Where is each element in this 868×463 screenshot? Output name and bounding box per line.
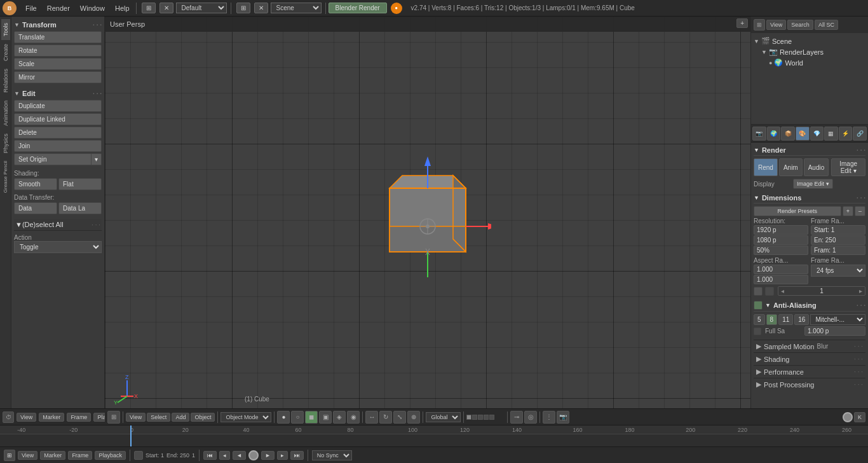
aspect-y[interactable]: 1.000 <box>754 275 808 284</box>
render-presets-add[interactable]: + <box>843 206 853 216</box>
view-top-btn[interactable]: View <box>766 20 786 30</box>
render-presets-remove[interactable]: – <box>855 206 865 216</box>
tl-key-btn[interactable]: K <box>854 412 865 422</box>
res-x-value[interactable]: 1920 p <box>754 225 808 235</box>
join-button[interactable]: Join <box>14 140 102 152</box>
tab-relations[interactable]: Relations <box>1 65 10 97</box>
props-tab-physics[interactable]: ⚡ <box>839 127 853 141</box>
vp-proportional-icon[interactable]: ◎ <box>524 411 537 424</box>
timeline-marker-btn[interactable]: Marker <box>39 413 64 422</box>
sampled-motion-header[interactable]: ▶ Sampled Motion Blur · · · <box>754 340 865 352</box>
tab-tools[interactable]: Tools <box>1 19 10 40</box>
render-tab-anim[interactable]: Anim <box>779 158 803 176</box>
layer-btn-3[interactable] <box>478 415 483 420</box>
status-frame-btn[interactable]: Frame <box>68 451 92 460</box>
tree-scene[interactable]: ▼ 🎬 Scene <box>754 36 865 46</box>
tab-grease-pencil[interactable]: Grease Pencil <box>1 157 10 197</box>
filter-val[interactable]: 1.000 p <box>804 326 865 336</box>
status-lock-icon[interactable] <box>134 451 143 460</box>
add-top-button[interactable]: + <box>736 18 748 28</box>
menu-window[interactable]: Window <box>75 3 110 13</box>
tree-renderlayers[interactable]: ▼ 📷 RenderLayers <box>754 46 865 57</box>
tree-world[interactable]: ● 🌍 World <box>754 57 865 68</box>
render-tab-rend[interactable]: Rend <box>754 158 778 176</box>
workspace-select[interactable]: Default <box>176 3 227 13</box>
search-top-btn[interactable]: Search <box>787 20 813 30</box>
shading-props-header[interactable]: ▶ Shading · · · <box>754 353 865 365</box>
aa-btn-11[interactable]: 11 <box>778 314 793 325</box>
vp-dot-icon[interactable]: ● <box>277 411 290 424</box>
vp-texture-icon[interactable]: ▣ <box>319 411 332 424</box>
set-origin-dropdown[interactable]: ▾ <box>92 153 102 165</box>
status-icon[interactable]: ⊞ <box>4 450 15 461</box>
vp-camera-icon[interactable]: 📷 <box>557 411 569 424</box>
duplicate-linked-button[interactable]: Duplicate Linked <box>14 113 102 125</box>
status-marker-btn[interactable]: Marker <box>40 451 65 460</box>
vp-render-icon[interactable]: ◉ <box>347 411 360 424</box>
menu-file[interactable]: File <box>20 3 42 13</box>
props-tab-render[interactable]: 🎨 <box>796 127 810 141</box>
frame-current-value[interactable]: Fram: 1 <box>811 245 865 255</box>
status-view-btn[interactable]: View <box>18 451 37 460</box>
vp-rotate-icon[interactable]: ↻ <box>379 411 392 424</box>
outliner-icon[interactable]: ⊞ <box>754 19 765 31</box>
render-presets-btn[interactable]: Render Presets <box>754 206 841 216</box>
set-origin-button[interactable]: Set Origin <box>14 153 92 165</box>
frame-start-value[interactable]: Start: 1 <box>811 225 865 235</box>
timeline-view-btn[interactable]: View <box>17 413 36 422</box>
status-play-fwd[interactable]: ► <box>261 451 275 460</box>
deselect-header[interactable]: ▼ (De)select All · · · <box>14 219 102 231</box>
props-tab-camera[interactable]: 📷 <box>752 127 766 141</box>
shading-flat-btn[interactable]: Flat <box>58 178 102 190</box>
tab-animation[interactable]: Animation <box>1 97 10 130</box>
render-engine-btn[interactable]: Blender Render <box>329 3 387 13</box>
vp-select-btn[interactable]: Select <box>147 413 170 422</box>
timeline-frame-btn[interactable]: Frame <box>67 413 91 422</box>
vp-overlay-icon[interactable]: ⋮ <box>543 411 555 424</box>
shading-smooth-btn[interactable]: Smooth <box>14 178 57 190</box>
scene-grid-btn[interactable]: ⊞ <box>236 3 250 13</box>
status-playback-btn[interactable]: Playback <box>95 451 126 460</box>
transform-section-header[interactable]: ▼ Transform · · · <box>14 19 102 31</box>
status-prev[interactable]: ◂ <box>219 451 230 460</box>
tl-record-btn[interactable] <box>843 412 853 422</box>
image-edit-btn[interactable]: Image Edit ▾ <box>831 158 865 176</box>
duplicate-button[interactable]: Duplicate <box>14 100 102 112</box>
aa-section-header[interactable]: ▼ Anti-Aliasing · · · <box>754 300 865 312</box>
global-select[interactable]: Global <box>426 412 461 422</box>
vp-settings-icon[interactable]: ⊞ <box>107 411 120 424</box>
time-checkbox[interactable] <box>754 287 763 296</box>
all-top-btn[interactable]: All SC <box>815 20 838 30</box>
workspace-close-btn[interactable]: ✕ <box>159 3 173 13</box>
render-tab-audio[interactable]: Audio <box>804 158 829 176</box>
props-tab-object[interactable]: 📦 <box>781 127 795 141</box>
vp-material-icon[interactable]: ◈ <box>333 411 346 424</box>
timeline-playhead[interactable] <box>130 425 132 446</box>
render-section-header[interactable]: ▼ Render · · · <box>754 145 865 156</box>
vp-wire-icon[interactable]: ○ <box>291 411 304 424</box>
scene-close-btn[interactable]: ✕ <box>254 3 268 13</box>
fps-select[interactable]: 24 fps <box>811 265 865 277</box>
vp-scale-icon[interactable]: ⤡ <box>393 411 406 424</box>
props-tab-world[interactable]: 🌍 <box>767 127 781 141</box>
vp-snap-icon[interactable]: ⊸ <box>510 411 523 424</box>
res-y-value[interactable]: 1080 p <box>754 235 808 245</box>
props-tab-texture[interactable]: ▦ <box>824 127 838 141</box>
status-next[interactable]: ▸ <box>277 451 288 460</box>
vp-add-btn[interactable]: Add <box>172 413 189 422</box>
vp-combo-icon[interactable]: ⊕ <box>407 411 420 424</box>
timeline-body[interactable]: -40 -20 0 20 40 60 80 100 120 140 160 18… <box>0 425 868 446</box>
layer-btn-2[interactable] <box>472 415 477 420</box>
fullsa-checkbox[interactable] <box>754 328 761 335</box>
vp-view-btn[interactable]: View <box>126 413 146 422</box>
timeline-icon[interactable]: ⏱ <box>3 411 14 423</box>
scale-button[interactable]: Scale <box>14 58 102 70</box>
time-arrow-left[interactable]: ◂ <box>781 287 784 294</box>
menu-help[interactable]: Help <box>110 3 135 13</box>
time-checkbox2[interactable] <box>765 287 774 296</box>
rotate-button[interactable]: Rotate <box>14 45 102 57</box>
dimensions-header[interactable]: ▼ Dimensions · · · <box>754 193 865 204</box>
tab-create[interactable]: Create <box>1 40 10 65</box>
aa-filter-select[interactable]: Mitchell-... <box>810 314 865 325</box>
aspect-x[interactable]: 1.000 <box>754 265 808 274</box>
